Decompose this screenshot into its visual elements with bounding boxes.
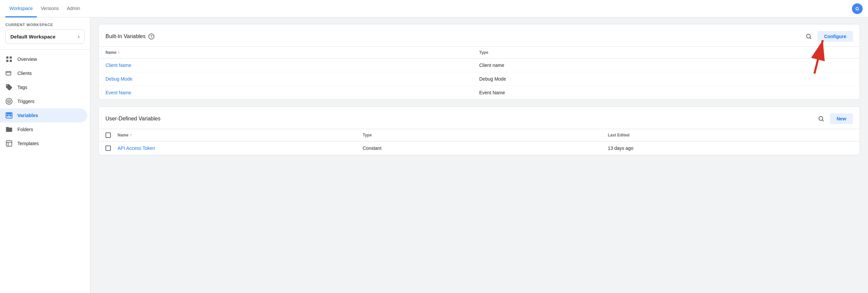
current-workspace-label: CURRENT WORKSPACE [5, 23, 85, 27]
account-avatar[interactable]: G [852, 3, 863, 14]
triggers-icon [5, 98, 13, 105]
top-nav: Workspace Versions Admin G [0, 0, 868, 17]
svg-rect-3 [10, 60, 12, 62]
templates-icon [5, 140, 13, 147]
table-row: Client Name Client name [99, 59, 860, 72]
new-variable-button[interactable]: New [830, 113, 853, 124]
workspace-selector[interactable]: Default Workspace › [5, 29, 85, 44]
select-all-checkbox[interactable] [105, 133, 111, 138]
udf-col-last-edited: Last Edited [608, 133, 853, 138]
tab-admin[interactable]: Admin [63, 0, 84, 17]
grid-icon [5, 56, 13, 63]
svg-point-18 [819, 116, 823, 120]
builtin-search-button[interactable] [803, 30, 815, 42]
svg-rect-10 [7, 113, 12, 115]
variable-type-debug-mode: Debug Mode [479, 76, 853, 82]
builtin-variables-card: Built-In Variables ? Configure Nam [98, 24, 860, 100]
udf-table-header: Name ↑ Type Last Edited [99, 129, 860, 142]
svg-rect-11 [7, 115, 9, 116]
udf-search-button[interactable] [815, 113, 827, 125]
svg-rect-1 [10, 57, 12, 59]
builtin-variables-header: Built-In Variables ? Configure [99, 25, 860, 47]
builtin-variables-actions: Configure [803, 30, 853, 42]
sidebar-item-label-templates: Templates [18, 141, 39, 146]
sidebar-item-triggers[interactable]: Triggers [0, 94, 87, 108]
builtin-col-type: Type [479, 50, 853, 55]
workspace-section: CURRENT WORKSPACE Default Workspace › [0, 17, 90, 46]
clients-icon [5, 70, 13, 77]
table-row: API Access Token Constant 13 days ago [99, 142, 860, 155]
table-row: Event Name Event Name [99, 86, 860, 99]
udf-variable-last-edited-api-access-token: 13 days ago [608, 146, 853, 151]
udf-variable-type-api-access-token: Constant [363, 146, 608, 151]
udf-variables-title-text: User-Defined Variables [105, 116, 160, 122]
svg-rect-13 [6, 141, 12, 147]
sidebar-item-variables[interactable]: Variables [0, 108, 87, 122]
sidebar-item-tags[interactable]: Tags [0, 80, 87, 94]
user-defined-variables-card: User-Defined Variables New [98, 106, 860, 155]
variable-type-event-name: Event Name [479, 90, 853, 95]
sidebar-item-label-folders: Folders [18, 127, 33, 132]
tab-workspace[interactable]: Workspace [5, 0, 37, 17]
tab-versions[interactable]: Versions [37, 0, 63, 17]
udf-variables-title: User-Defined Variables [105, 116, 160, 122]
svg-rect-2 [6, 60, 8, 62]
udf-col-checkbox [105, 133, 118, 138]
variable-link-client-name[interactable]: Client Name [105, 63, 479, 68]
svg-rect-0 [6, 57, 8, 59]
svg-rect-12 [9, 115, 11, 116]
udf-variables-header: User-Defined Variables New [99, 107, 860, 129]
configure-button[interactable]: Configure [817, 31, 853, 42]
table-row: Debug Mode Debug Mode [99, 72, 860, 86]
sidebar: CURRENT WORKSPACE Default Workspace › Ov… [0, 17, 90, 293]
variable-type-client-name: Client name [479, 63, 853, 68]
sort-arrow-icon: ↑ [118, 50, 120, 55]
svg-line-17 [810, 38, 811, 39]
builtin-table-header: Name ↑ Type [99, 47, 860, 59]
sidebar-item-label-tags: Tags [18, 85, 27, 90]
main-content: Built-In Variables ? Configure Nam [90, 17, 868, 293]
udf-variable-link-api-access-token[interactable]: API Access Token [118, 146, 363, 151]
udf-variables-actions: New [815, 113, 853, 125]
nav-divider [0, 49, 90, 49]
udf-col-type: Type [363, 133, 608, 138]
variable-link-event-name[interactable]: Event Name [105, 90, 479, 95]
sidebar-item-templates[interactable]: Templates [0, 137, 87, 150]
workspace-name: Default Workspace [10, 34, 56, 39]
sidebar-item-label-overview: Overview [18, 57, 37, 62]
svg-point-16 [806, 34, 810, 38]
sidebar-item-label-clients: Clients [18, 71, 32, 76]
main-layout: CURRENT WORKSPACE Default Workspace › Ov… [0, 17, 868, 293]
sidebar-item-overview[interactable]: Overview [0, 52, 87, 66]
variable-link-debug-mode[interactable]: Debug Mode [105, 76, 479, 82]
udf-col-name: Name ↑ [118, 133, 363, 138]
info-icon[interactable]: ? [148, 33, 154, 39]
builtin-variables-title-text: Built-In Variables [105, 33, 146, 39]
chevron-right-icon: › [78, 33, 80, 40]
sidebar-item-label-variables: Variables [18, 113, 38, 118]
sidebar-item-clients[interactable]: Clients [0, 66, 87, 80]
builtin-variables-title: Built-In Variables ? [105, 33, 154, 39]
builtin-col-name: Name ↑ [105, 50, 479, 55]
sidebar-item-folders[interactable]: Folders [0, 122, 87, 137]
sort-arrow-icon: ↑ [130, 133, 132, 138]
svg-rect-4 [6, 72, 11, 75]
folder-icon [5, 126, 13, 133]
svg-point-8 [8, 101, 10, 102]
sidebar-item-label-triggers: Triggers [18, 99, 34, 104]
svg-line-19 [823, 120, 824, 121]
row-checkbox[interactable] [105, 146, 111, 151]
variables-icon [5, 112, 13, 119]
tag-icon [5, 84, 13, 91]
